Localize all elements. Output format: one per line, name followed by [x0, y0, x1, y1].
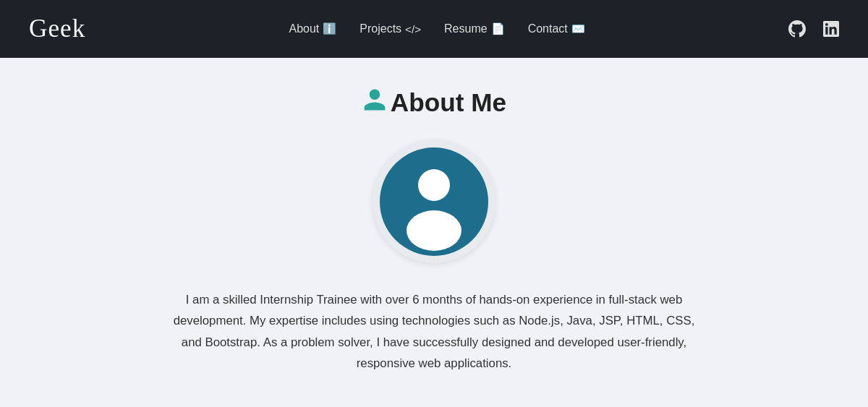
nav-link-contact[interactable]: Contact ✉️: [528, 22, 585, 35]
avatar-container: [373, 140, 495, 263]
section-title-container: About Me: [362, 87, 506, 119]
navbar: Geek About ℹ️ Projects </> Resume 📄 Cont…: [0, 0, 868, 58]
bio-paragraph: I am a skilled Internship Trainee with o…: [163, 289, 705, 374]
linkedin-link[interactable]: [823, 21, 839, 37]
nav-item-resume[interactable]: Resume 📄: [444, 22, 505, 35]
nav-link-projects[interactable]: Projects </>: [359, 22, 421, 35]
nav-link-about[interactable]: About ℹ️: [289, 22, 336, 35]
nav-item-projects[interactable]: Projects </>: [359, 22, 421, 35]
brand-logo: Geek: [29, 14, 85, 43]
main-content: About Me I am a skilled Internship Train…: [0, 58, 868, 403]
nav-social-icons: [788, 20, 839, 38]
nav-item-about[interactable]: About ℹ️: [289, 22, 336, 35]
info-icon: ℹ️: [323, 22, 336, 35]
avatar: [380, 147, 488, 256]
nav-item-contact[interactable]: Contact ✉️: [528, 22, 585, 35]
person-icon: [362, 87, 388, 119]
nav-contact-label: Contact: [528, 22, 568, 35]
nav-link-resume[interactable]: Resume 📄: [444, 22, 505, 35]
section-heading: About Me: [391, 88, 506, 117]
nav-about-label: About: [289, 22, 319, 35]
nav-resume-label: Resume: [444, 22, 488, 35]
svg-point-2: [407, 210, 461, 251]
nav-links: About ℹ️ Projects </> Resume 📄 Contact ✉…: [289, 22, 584, 35]
document-icon: 📄: [491, 22, 505, 35]
github-icon: [788, 20, 806, 38]
svg-point-1: [418, 169, 450, 201]
linkedin-icon: [823, 21, 839, 37]
github-link[interactable]: [788, 20, 806, 38]
code-icon: </>: [405, 23, 421, 35]
nav-projects-label: Projects: [359, 22, 401, 35]
envelope-icon: ✉️: [571, 22, 585, 35]
